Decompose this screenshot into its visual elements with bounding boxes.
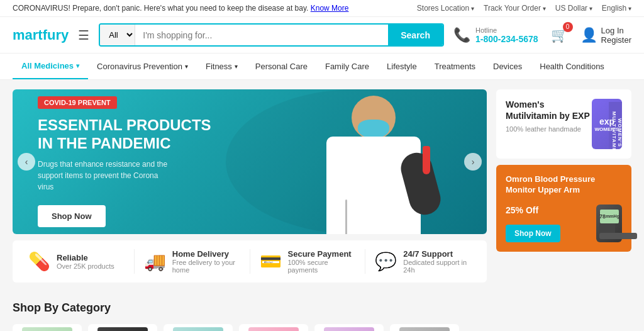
currency-selector[interactable]: US Dollar — [555, 4, 592, 13]
delivery-icon: 🚚 — [144, 251, 166, 272]
doctor-figure — [279, 89, 468, 234]
feature-payment: 💳 Secure Payment 100% secure payments — [250, 249, 366, 274]
nav-label: Devices — [493, 62, 522, 71]
doctor-body — [311, 96, 436, 234]
feature-support-title: 24/7 Support — [403, 249, 471, 259]
sidebar-card-multivitamin: Women's Mutilvitamin by EXP 100% leather… — [496, 89, 631, 159]
category-grid — [13, 324, 631, 331]
corona-label: CORONAVIRUS! — [13, 4, 70, 13]
blood-pressure-monitor-image: 78mmHg — [596, 205, 622, 242]
feature-support-sub: Dedicated support in 24h — [403, 259, 471, 274]
reliable-icon: 💊 — [28, 251, 50, 272]
header-actions: 📞 Hotline 1-800-234-5678 🛒 0 👤 Log In Re… — [453, 26, 631, 45]
feature-support: 💬 24/7 Support Dedicated support in 24h — [365, 249, 480, 274]
hero-subtitle: Drugs that enhance resistance and the su… — [38, 159, 176, 193]
discount-text: 25% Off — [506, 201, 596, 217]
category-thumbnail-6 — [399, 327, 450, 331]
omron-title: Omron Blood Pressure Monitor Upper Arm — [506, 174, 596, 196]
nav-item-personal-care[interactable]: Personal Care — [247, 54, 316, 79]
phone-icon: 📞 — [453, 27, 470, 43]
hero-title: ESSENTIAL PRODUCTS IN THE PANDEMIC — [38, 116, 211, 153]
nav-item-all-medicines[interactable]: All Medicines▾ — [13, 53, 88, 79]
search-input[interactable] — [135, 25, 388, 45]
feature-reliable-sub: Over 25K products — [57, 262, 114, 270]
logo[interactable]: martfury — [13, 27, 69, 43]
main-content: COVID-19 PREVENT ESSENTIAL PRODUCTS IN T… — [0, 80, 644, 292]
hero-content: COVID-19 PREVENT ESSENTIAL PRODUCTS IN T… — [13, 89, 236, 234]
alert-text: Prepare, don't panic. Here's what you ne… — [72, 4, 308, 13]
sidebar-card-omron: Omron Blood Pressure Monitor Upper Arm 2… — [496, 165, 631, 252]
logo-accent: fury — [43, 27, 69, 43]
omron-product: Omron Blood Pressure Monitor Upper Arm 2… — [506, 174, 622, 242]
nav-item-health-conditions[interactable]: Health Conditions — [531, 54, 613, 79]
section-title: Shop By Category — [13, 301, 631, 315]
nav-label: Treatments — [435, 62, 475, 71]
nav-label: Health Conditions — [540, 62, 604, 71]
stores-location[interactable]: Stores Location — [417, 4, 474, 13]
account-menu[interactable]: 👤 Log In Register — [580, 26, 631, 45]
hero-section: COVID-19 PREVENT ESSENTIAL PRODUCTS IN T… — [13, 89, 487, 283]
carousel-next-button[interactable]: › — [464, 153, 482, 171]
stethoscope-icon — [345, 199, 347, 234]
category-card-2[interactable] — [88, 324, 157, 331]
nav-item-fitness[interactable]: Fitness▾ — [197, 54, 247, 79]
feature-delivery-sub: Free delivery to your home — [172, 259, 240, 274]
omron-brand: Omron — [506, 174, 533, 184]
top-bar: CORONAVIRUS! Prepare, don't panic. Here'… — [0, 0, 644, 17]
hero-shop-now-button[interactable]: Shop Now — [38, 205, 106, 227]
covid-badge: COVID-19 PREVENT — [38, 96, 117, 109]
feature-payment-sub: 100% secure payments — [288, 259, 356, 274]
track-order[interactable]: Track Your Order — [484, 4, 546, 13]
feature-payment-title: Secure Payment — [288, 249, 356, 259]
feature-delivery: 🚚 Home Delivery Free delivery to your ho… — [135, 249, 250, 274]
nav-item-devices[interactable]: Devices — [484, 54, 531, 79]
nav-label: Family Care — [325, 62, 369, 71]
shop-by-category-section: Shop By Category — [0, 292, 644, 331]
hotline-label: Hotline — [475, 26, 538, 34]
hamburger-menu[interactable]: ☰ — [78, 28, 89, 43]
sidebar: Women's Mutilvitamin by EXP 100% leather… — [496, 89, 631, 283]
search-button[interactable]: Search — [388, 25, 443, 45]
top-bar-right: Stores Location Track Your Order US Doll… — [417, 4, 631, 13]
carousel-prev-button[interactable]: ‹ — [18, 153, 35, 171]
cart-icon[interactable]: 🛒 0 — [551, 27, 568, 43]
payment-icon: 💳 — [260, 251, 282, 272]
search-bar: All Search — [99, 23, 444, 47]
nav-label: Personal Care — [255, 62, 308, 71]
omron-shop-now-button[interactable]: Shop Now — [506, 225, 560, 242]
category-card-5[interactable] — [314, 324, 384, 331]
category-card-4[interactable] — [239, 324, 308, 331]
sidebar-card-top: Women's Mutilvitamin by EXP 100% leather… — [506, 99, 622, 149]
nav-item-coronavirus[interactable]: Coronavirus Prevention▾ — [88, 54, 197, 79]
category-thumbnail-2 — [97, 327, 148, 331]
features-bar: 💊 Reliable Over 25K products 🚚 Home Deli… — [13, 240, 487, 283]
category-card-3[interactable] — [164, 324, 233, 331]
chevron-down-icon: ▾ — [76, 62, 79, 69]
hotline: 📞 Hotline 1-800-234-5678 — [453, 26, 538, 44]
logo-main: mart — [13, 27, 43, 43]
feature-reliable: 💊 Reliable Over 25K products — [19, 249, 135, 274]
feature-delivery-title: Home Delivery — [172, 249, 240, 259]
nav-label: Lifestyle — [387, 62, 417, 71]
account-login[interactable]: Log In — [601, 26, 631, 35]
account-register[interactable]: Register — [601, 35, 631, 45]
chevron-down-icon: ▾ — [185, 63, 188, 70]
category-thumbnail-3 — [173, 327, 223, 331]
doctor-mask — [358, 120, 389, 138]
multivitamin-product-image: exp WOMEN'S WOMEN'S MULTIVITAMIN — [592, 99, 622, 149]
search-category-select[interactable]: All — [100, 25, 135, 45]
category-thumbnail-1 — [22, 327, 72, 331]
category-card-6[interactable] — [390, 324, 459, 331]
nav-item-treatments[interactable]: Treatments — [426, 54, 484, 79]
nav-item-family-care[interactable]: Family Care — [316, 54, 378, 79]
category-card-1[interactable] — [13, 324, 82, 331]
know-more-link[interactable]: Know More — [311, 4, 349, 13]
test-tube — [423, 146, 430, 174]
category-thumbnail-4 — [248, 327, 299, 331]
hotline-number: 1-800-234-5678 — [475, 34, 538, 44]
language-selector[interactable]: English — [602, 4, 631, 13]
top-bar-alert: CORONAVIRUS! Prepare, don't panic. Here'… — [13, 4, 348, 13]
cart-badge: 0 — [563, 22, 573, 32]
nav-item-lifestyle[interactable]: Lifestyle — [378, 54, 426, 79]
nav-label: Coronavirus Prevention — [97, 62, 182, 71]
